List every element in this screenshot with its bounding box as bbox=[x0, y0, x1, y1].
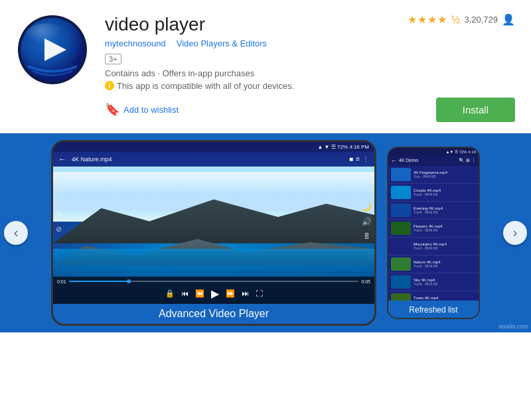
moon-icon: 🌙 bbox=[362, 202, 372, 212]
phone2-status-text: ▲▼ ☰ 72% 4:16 bbox=[445, 149, 476, 154]
install-button[interactable]: Install bbox=[436, 98, 515, 122]
list-item: Evening 4K.mp4 Tron6 · 8849 KB bbox=[388, 202, 479, 220]
list-item: Sky 4K.mp4 Tron6 · 8849 KB bbox=[388, 273, 479, 291]
play-icon[interactable]: ▶ bbox=[211, 287, 219, 300]
statusbar-text: ▲ ▼ ☰ 72% 4:16 PM bbox=[317, 144, 369, 150]
phone-screen-1: ▲ ▼ ☰ 72% 4:16 PM ← 4K Nature.mp4 ■ ≡ ⋮ bbox=[53, 142, 374, 324]
compat-text: This app is compatible with all of your … bbox=[117, 81, 294, 91]
phone-controls: 0:01 0:05 🔒 ⏮ ⏪ ▶ ⏩ bbox=[53, 277, 374, 304]
file-thumb bbox=[391, 293, 411, 301]
wishlist-button[interactable]: 🔖 Add to wishlist bbox=[105, 102, 179, 117]
app-info: video player ★★★★ ½ 3,20,729 👤 mytechnos… bbox=[105, 13, 515, 122]
file-thumb bbox=[391, 257, 411, 271]
list-item: Nature 4K.mp4 Tron6 · 8849 KB bbox=[388, 255, 479, 273]
gallery-left-arrow[interactable]: ‹ bbox=[4, 221, 28, 245]
time-start: 0:01 bbox=[57, 279, 66, 284]
progress-dot bbox=[127, 279, 131, 283]
phone-topbar: ← 4K Nature.mp4 ■ ≡ ⋮ bbox=[53, 152, 374, 167]
back-button: ← bbox=[58, 155, 66, 164]
category-link[interactable]: Video Players & Editors bbox=[177, 38, 267, 48]
file-info: Clouds 4K.mp4 Tron6 · 8849 KB bbox=[414, 188, 476, 196]
phone2-topbar: ← 4K Demo 🔍 ⊞ ⋮ bbox=[388, 155, 479, 166]
info-icon: i bbox=[105, 81, 114, 90]
equalizer-icon: 🎚 bbox=[363, 232, 371, 241]
rating-row: ★★★★ ½ 3,20,729 👤 bbox=[408, 13, 515, 26]
volume-icon: 🔊 bbox=[362, 217, 372, 226]
file-list: 4K Fingerprint.mp4 Tron · 8849 KB Clouds… bbox=[388, 166, 479, 301]
wishlist-icon: 🔖 bbox=[105, 102, 119, 117]
file-thumb bbox=[391, 204, 411, 217]
phone2-back-btn: ← bbox=[391, 157, 397, 164]
grid-icon: ⊞ bbox=[466, 158, 470, 163]
file-thumb bbox=[391, 240, 411, 253]
phone-frame-1: ▲ ▼ ☰ 72% 4:16 PM ← 4K Nature.mp4 ■ ≡ ⋮ bbox=[51, 140, 376, 326]
progress-bar bbox=[69, 281, 359, 282]
developer-link[interactable]: mytechnosound bbox=[105, 38, 166, 48]
person-icon: 👤 bbox=[502, 13, 515, 26]
rewind-icon: ⏪ bbox=[195, 289, 204, 298]
phone-screen-2: ▲▼ ☰ 72% 4:16 ← 4K Demo 🔍 ⊞ ⋮ bbox=[388, 148, 479, 318]
screenshots-container: ▲ ▼ ☰ 72% 4:16 PM ← 4K Nature.mp4 ■ ≡ ⋮ bbox=[0, 133, 531, 332]
file-thumb bbox=[391, 186, 411, 199]
action-row: 🔖 Add to wishlist Install bbox=[105, 98, 515, 122]
progress-fill bbox=[69, 281, 127, 282]
phone2-title: 4K Demo bbox=[399, 158, 457, 163]
stars: ★★★★ bbox=[408, 13, 447, 26]
stop-icon: ■ bbox=[349, 155, 353, 163]
fullscreen-icon: ⛶ bbox=[256, 289, 263, 297]
phone-frame-2: ▲▼ ☰ 72% 4:16 ← 4K Demo 🔍 ⊞ ⋮ bbox=[387, 147, 480, 319]
file-size: Tron6 · 8849 KB bbox=[414, 192, 476, 196]
time-end: 0:05 bbox=[361, 279, 370, 284]
gallery-section: ‹ ▲ ▼ ☰ 72% 4:16 PM ← 4K Nature. bbox=[0, 133, 531, 332]
filename: 4K Nature.mp4 bbox=[72, 156, 344, 163]
app-header: video player ★★★★ ½ 3,20,729 👤 mytechnos… bbox=[0, 0, 531, 133]
file-size: Tron6 · 8849 KB bbox=[414, 282, 476, 286]
app-meta-row: mytechnosound Video Players & Editors bbox=[105, 38, 515, 48]
app-icon bbox=[16, 13, 89, 86]
screenshot-2: ▲▼ ☰ 72% 4:16 ← 4K Demo 🔍 ⊞ ⋮ bbox=[387, 147, 480, 319]
ads-text: Contains ads · Offers in-app purchases bbox=[105, 68, 515, 78]
list-item: Trees 4K.mp4 Tron6 · 8849 KB bbox=[388, 291, 479, 301]
file-size: Tron6 · 8849 KB bbox=[414, 228, 476, 232]
watermark: wsxtin.com bbox=[498, 323, 528, 330]
file-thumb bbox=[391, 168, 411, 181]
list-item: 4K Fingerprint.mp4 Tron · 8849 KB bbox=[388, 166, 479, 184]
list-icon: ≡ bbox=[356, 155, 360, 163]
more-icon-2: ⋮ bbox=[471, 158, 476, 163]
info-icon-left: ⊘ bbox=[56, 225, 62, 234]
screenshot2-caption: Refreshed list bbox=[409, 301, 457, 317]
file-info: Flowers 4K.mp4 Tron6 · 8849 KB bbox=[414, 224, 476, 232]
file-thumb bbox=[391, 222, 411, 235]
file-thumb bbox=[391, 275, 411, 289]
playback-icons: 🔒 ⏮ ⏪ ▶ ⏩ ⏭ ⛶ bbox=[57, 286, 370, 301]
gallery-right-arrow[interactable]: › bbox=[503, 221, 527, 245]
edit-icon: ✎ bbox=[56, 210, 62, 218]
file-info: Evening 4K.mp4 Tron6 · 8849 KB bbox=[414, 206, 476, 214]
phone2-statusbar: ▲▼ ☰ 72% 4:16 bbox=[388, 148, 479, 155]
lock-icon: 🔒 bbox=[165, 289, 175, 298]
file-size: Tron6 · 8849 KB bbox=[414, 264, 476, 268]
rating-area: ★★★★ ½ 3,20,729 👤 bbox=[408, 13, 515, 26]
phone-statusbar: ▲ ▼ ☰ 72% 4:16 PM bbox=[53, 142, 374, 152]
fastforward-icon: ⏩ bbox=[226, 289, 235, 298]
file-info: Mountains 4K.mp4 Tron6 · 8849 KB bbox=[414, 242, 476, 250]
file-info: Sky 4K.mp4 Tron6 · 8849 KB bbox=[414, 278, 476, 286]
phone2-icons: 🔍 ⊞ ⋮ bbox=[459, 158, 476, 163]
next-icon: ⏭ bbox=[242, 289, 249, 297]
screenshot1-caption: Advanced Video Player bbox=[159, 308, 269, 319]
progress-bar-row: 0:01 0:05 bbox=[57, 279, 370, 284]
list-item: Clouds 4K.mp4 Tron6 · 8849 KB bbox=[388, 184, 479, 202]
file-size: Tron6 · 8849 KB bbox=[414, 210, 476, 214]
phone-menu-icons: ■ ≡ ⋮ bbox=[349, 155, 369, 163]
search-icon: 🔍 bbox=[459, 158, 465, 163]
phone-video-area: 🌙 🔊 🎚 ✎ ⊘ bbox=[53, 167, 374, 277]
half-star-icon: ½ bbox=[451, 14, 460, 26]
file-info: Nature 4K.mp4 Tron6 · 8849 KB bbox=[414, 260, 476, 268]
list-item: Flowers 4K.mp4 Tron6 · 8849 KB bbox=[388, 220, 479, 238]
list-item: Mountains 4K.mp4 Tron6 · 8849 KB bbox=[388, 238, 479, 255]
app-title: video player bbox=[105, 13, 205, 36]
compat-row: i This app is compatible with all of you… bbox=[105, 81, 515, 91]
age-badge: 3+ bbox=[105, 54, 121, 64]
more-icon: ⋮ bbox=[362, 155, 369, 163]
file-info: Trees 4K.mp4 Tron6 · 8849 KB bbox=[414, 296, 476, 301]
